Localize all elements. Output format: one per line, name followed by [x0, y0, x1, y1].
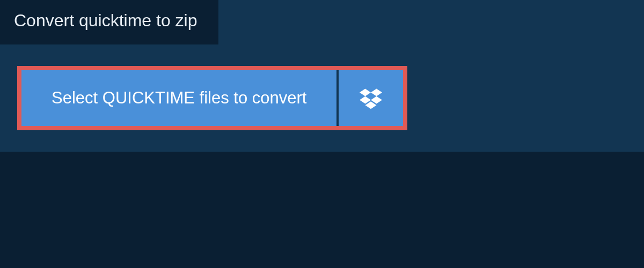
main-panel: Convert quicktime to zip Select QUICKTIM… — [0, 0, 644, 152]
page-title-text: Convert quicktime to zip — [14, 11, 197, 30]
dropbox-icon — [360, 87, 382, 109]
select-files-label: Select QUICKTIME files to convert — [52, 88, 306, 108]
select-files-button[interactable]: Select QUICKTIME files to convert — [21, 70, 336, 126]
page-title: Convert quicktime to zip — [0, 0, 218, 44]
dropbox-button[interactable] — [339, 70, 403, 126]
upload-button-group: Select QUICKTIME files to convert — [17, 66, 407, 130]
